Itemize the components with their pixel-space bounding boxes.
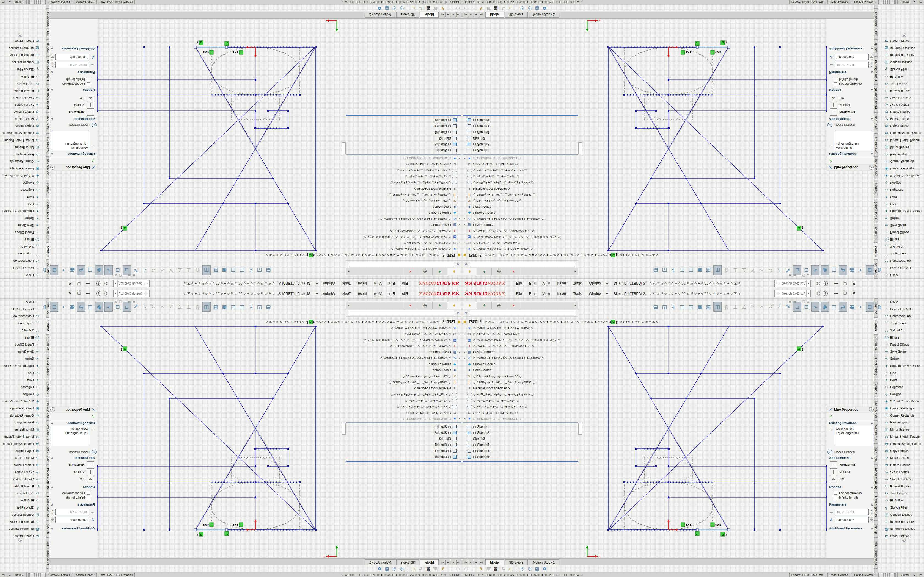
cmd-tab-markup[interactable]: Markup (46, 40, 50, 56)
minimize-button[interactable]: — (832, 290, 840, 297)
search-input[interactable] (781, 282, 802, 285)
view-toolbar-icon-2[interactable]: ↧ (247, 302, 255, 311)
spin-down[interactable]: ▼ (51, 62, 55, 65)
sketch-tool-scale-entities[interactable]: ↘Scale Entities (883, 469, 924, 475)
sketch-tool-corner-rectangle[interactable]: ▭Corner Rectangle (0, 412, 41, 419)
tree-item-markups[interactable]: ✎○ ƧS◦∪⊛♟Аm○ ◦○ mА♟⊛∪◦SƧ ○ (346, 198, 462, 204)
design-binder-icon[interactable]: ▤ (2, 573, 5, 577)
view-toolbar-icon-7[interactable]: ◫ (713, 302, 722, 311)
sketch-tool-copy-entities[interactable]: ⊞Copy Entities (0, 447, 41, 455)
tree-item-plane[interactable]: ○ ⊕Ⅎ⊙◦♟○ ⊛◉I○ ◦○ I◉⊛ ○♟◦⊙Ⅎ⊕ ○ (462, 168, 578, 174)
bottom-toolbar-icon-9[interactable]: ◷ (391, 5, 397, 11)
menu-edit[interactable]: Edit (385, 290, 399, 297)
tree-item-selection-sets[interactable]: ◕○ ƧS♟◎ƧSИNЖƧS○ ◦○ SƧЖNИSƧ◎♟SƧ ○ (346, 343, 462, 349)
sketch-tool-center-rectangle[interactable]: ▣Center Rectangle (0, 405, 41, 412)
pin-icon[interactable]: ✦ (315, 292, 318, 296)
view-toolbar-icon-23[interactable]: ◐ (60, 302, 67, 311)
additional-parameters-header[interactable]: Additional Parameters∨ (827, 526, 876, 531)
doc-restore-icon[interactable]: ▭ (132, 300, 135, 304)
bottom-toolbar-icon-11[interactable]: ☸ (376, 5, 383, 11)
relation-badge[interactable] (797, 226, 801, 230)
search-box[interactable]: ▼ (113, 290, 150, 297)
cmd-tab-direct-editing[interactable]: Direct Editing (46, 354, 50, 378)
option-infinite-length[interactable]: Infinite length (51, 496, 90, 499)
option-for-construction[interactable]: For construction (834, 491, 873, 495)
menu-window[interactable]: Window (319, 290, 339, 297)
search-box[interactable]: ▼ (774, 280, 811, 287)
sketch-tool-3-point-arc[interactable]: ◡3 Point Arc (0, 243, 41, 250)
cmd-tab-surfaces[interactable]: Surfaces (46, 334, 50, 353)
tree-expand-arrow[interactable]: ▸ (457, 218, 462, 220)
view-toolbar-icon-24[interactable]: ⊞ (50, 302, 58, 311)
view-toolbar-icon-23[interactable]: ◐ (857, 302, 864, 311)
tab-scroll-button-1[interactable]: ◀ (468, 12, 473, 17)
tree-item-markups[interactable]: ✎○ ƧS◦∪⊛♟Аm○ ◦○ mА♟⊛∪◦SƧ ○ (346, 373, 462, 379)
relation-badge[interactable] (681, 50, 685, 55)
view-toolbar-icon-6[interactable]: ▧ (212, 302, 220, 311)
checkbox[interactable] (834, 82, 837, 86)
tree-expand-arrow[interactable]: ▸ (457, 357, 462, 359)
sketch-tool-ellipse[interactable]: ◯Ellipse (0, 236, 41, 243)
relation-badge[interactable] (225, 42, 229, 46)
view-toolbar-icon-18[interactable]: ∿ (811, 302, 819, 311)
tree-item-equations[interactable]: Σ○ ƧSИN◎◦⊕ А∪ªЖ○ ◦○ Жª∪А ⊕◦◎NИSƧ ○ (346, 192, 462, 198)
sketch-tool-mirror-entities[interactable]: ◫Mirror Entities (0, 144, 41, 151)
restore-button[interactable]: ❐ (75, 290, 83, 297)
tab-scroll-button-0[interactable]: ❘◀ (462, 12, 468, 17)
parameter-value[interactable]: 10.88152731 (835, 509, 869, 515)
bottom-toolbar-icon-6[interactable]: ∟ (507, 5, 514, 11)
view-toolbar-icon-24[interactable]: ⊞ (866, 266, 874, 275)
vertical-relation-icon[interactable]: ❘ (87, 102, 94, 108)
tree-root-item[interactable]: ▣TRPDL2.◎ Ж ◎ Ш ◎ ○ ◎ ⊕ ◎ ƆC ◎ Ж ◎ ◆ ◎ Ƨ… (346, 252, 462, 258)
sketch-tool-intersection-curve[interactable]: ≈Intersection Curve (883, 518, 924, 525)
sketch-tool-partial-ellipse[interactable]: ◔Partial Ellipse (0, 341, 41, 348)
search-icon[interactable] (119, 282, 122, 285)
sketch-tool-fit-spline[interactable]: ⌣Fit Spline (0, 497, 41, 504)
sketch-tool-segment[interactable]: ∷Segment (883, 187, 924, 194)
account-icon[interactable]: ◎ (815, 290, 822, 297)
tree-item-sensors[interactable]: ▦○ ƧS ⊕ ЖƧS○ ИN◎◦⊕ ƆCЖ∪ЖƧS○ ◦○ SƧЖ∪ЖCƆ ⊕… (462, 234, 578, 240)
tree-item-favorites[interactable]: ★○ ƧSЖ⊕◦♟◎ΛА Φ○ ◦○ Φ АΛ◎♟◦⊕ЖSƧ ○ (462, 325, 578, 331)
sketch-tool-offset-entities[interactable]: ⊏Offset Entities (883, 532, 924, 539)
tree-item-sketch4[interactable]: (-)Sketch4 (346, 448, 462, 454)
spin-down[interactable]: ▼ (869, 520, 873, 523)
sketch-tool-ellipse[interactable]: ◯Ellipse (0, 334, 41, 341)
tree-item-equations[interactable]: Σ○ ƧSИN◎◦⊕ А∪ªЖ○ ◦○ Жª∪А ⊕◦◎NИSƧ ○ (462, 379, 578, 385)
tree-item-design-binder[interactable]: ▸▤Design Binder (462, 222, 578, 228)
doc-tab-motion-study-1[interactable]: Motion Study 1 (365, 12, 396, 18)
sketch-tool-circular-sketch-pattern[interactable]: ⊛Circular Sketch Pattern (0, 440, 41, 447)
account-icon[interactable]: ◎ (102, 290, 109, 297)
fm-tab-tree[interactable]: ♦ (447, 302, 462, 309)
options-header[interactable]: Options∧ (48, 88, 97, 93)
sketch-tool-corner-rectangle[interactable]: ▭Corner Rectangle (0, 158, 41, 165)
doc-tab-3d-views[interactable]: 3D Views (505, 559, 528, 565)
tab-scroll-button-1[interactable]: ◀ (451, 12, 456, 17)
doc-tab-model[interactable]: Model (485, 559, 504, 565)
menu-edit[interactable]: Edit (525, 290, 539, 297)
units-selector[interactable]: Custom▴ (7, 0, 26, 5)
pm-help-icon[interactable]: ? (869, 165, 874, 170)
relation-badge[interactable] (721, 41, 725, 45)
fm-tab-dimxpert[interactable]: ◕ (506, 268, 521, 275)
bottom-toolbar-icon-3[interactable]: ≣ (432, 5, 439, 11)
rollback-bar[interactable] (346, 461, 462, 462)
sketch-tool-linear-sketch-pattern[interactable]: ∺Linear Sketch Pattern (883, 137, 924, 144)
view-toolbar-icon-22[interactable]: ▦ (68, 302, 76, 311)
menu-window[interactable]: Window (585, 280, 605, 287)
cmd-tab-direct-editing[interactable]: Direct Editing (46, 199, 50, 223)
bottom-toolbar-icon-6[interactable]: ∟ (507, 566, 514, 572)
menu-edit[interactable]: Edit (525, 280, 539, 287)
menu-view[interactable]: View (539, 290, 554, 297)
view-toolbar-icon-9[interactable]: ⊥ (732, 266, 739, 275)
pm-ok-button[interactable]: ✓ (48, 413, 97, 419)
view-toolbar-icon-13[interactable]: ↺ (767, 302, 774, 311)
bottom-toolbar-icon-5[interactable]: ⇅ (500, 566, 507, 572)
tab-scroll-button-0[interactable]: ❘◀ (456, 560, 462, 565)
sketch-tool-parallelogram[interactable]: ▱Parallelogram (883, 419, 924, 426)
view-toolbar-icon-20[interactable]: ◫ (86, 302, 94, 311)
spin-up[interactable]: ▲ (51, 517, 55, 520)
tree-item-solid-bodies[interactable]: ■Solid Bodies (346, 367, 462, 373)
bottom-toolbar-icon-8[interactable]: ◴ (399, 5, 405, 11)
sketch-tool-fit-spline[interactable]: ⌣Fit Spline (883, 73, 924, 80)
tab-scroll-button-2[interactable]: ▶ (445, 12, 451, 17)
